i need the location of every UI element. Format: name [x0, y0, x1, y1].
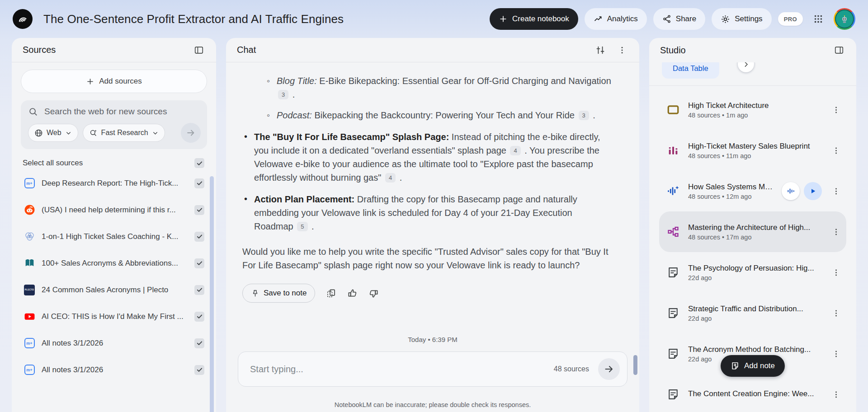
reddit-icon [24, 204, 35, 215]
item-menu-icon[interactable] [829, 347, 843, 360]
chat-input[interactable] [250, 364, 548, 375]
save-to-note-button[interactable]: Save to note [242, 284, 315, 303]
collapse-studio-panel-icon[interactable] [833, 44, 845, 56]
check-icon [196, 366, 203, 373]
settings-button[interactable]: Settings [712, 8, 771, 30]
chat-scrollbar[interactable] [633, 355, 637, 375]
notebook-title[interactable]: The One-Sentence Profit Extractor and AI… [43, 12, 344, 26]
studio-item[interactable]: The Psychology of Persuasion: Hig... 22d… [659, 252, 846, 293]
citation-chip[interactable]: 4 [510, 146, 520, 155]
send-message-button[interactable] [598, 358, 620, 380]
bar-chart-icon [667, 144, 679, 157]
source-checkbox[interactable] [194, 338, 204, 348]
carousel-next-button[interactable] [738, 62, 754, 72]
studio-item-icon [665, 305, 681, 321]
source-list-item[interactable]: All notes 3/1/2026 [21, 330, 207, 356]
studio-item-meta: 48 sources • 11m ago [688, 152, 822, 159]
collapse-sources-panel-icon[interactable] [193, 44, 205, 56]
studio-item-title: Strategic Traffic and Distribution... [688, 304, 822, 314]
share-button[interactable]: Share [653, 8, 705, 30]
item-menu-icon[interactable] [829, 266, 843, 279]
studio-item[interactable]: Strategic Traffic and Distribution... 22… [659, 293, 846, 333]
studio-item-title: How Sales Systems Map... [688, 183, 774, 192]
studio-item[interactable]: High Ticket Architecture 48 sources • 1m… [659, 89, 846, 130]
studio-item[interactable]: High-Ticket Mastery Sales Blueprint 48 s… [659, 130, 846, 171]
source-list-item[interactable]: (USA) I need help determining if this r.… [21, 197, 207, 223]
chat-settings-icon[interactable] [594, 44, 607, 56]
search-icon [28, 107, 38, 117]
source-list-item[interactable]: 100+ Sales Acronyms & Abbreviations... [21, 250, 207, 276]
sources-scrollbar[interactable] [210, 176, 214, 412]
item-menu-icon[interactable] [829, 225, 843, 239]
citation-chip[interactable]: 3 [579, 111, 589, 120]
app-header: The One-Sentence Profit Extractor and AI… [0, 0, 868, 38]
studio-item-icon [665, 346, 681, 361]
studio-item[interactable]: Mastering the Architecture of High... 48… [659, 211, 846, 252]
research-mode-label: Fast Research [101, 129, 148, 137]
youtube-icon [24, 311, 35, 322]
item-menu-icon[interactable] [829, 144, 843, 157]
chat-more-menu-icon[interactable] [616, 44, 628, 56]
source-icon [24, 231, 35, 243]
source-checkbox[interactable] [194, 178, 204, 188]
disclaimer-text: NotebookLM can be inaccurate; please dou… [226, 401, 639, 408]
studio-item[interactable]: The Content Creation Engine: Wee... [659, 374, 846, 412]
source-list-item[interactable]: 24 Common Sales Acronyms | Plecto [21, 276, 207, 303]
check-icon [196, 160, 203, 167]
trending-up-icon [594, 14, 603, 23]
item-menu-icon[interactable] [829, 388, 843, 401]
item-menu-icon[interactable] [829, 103, 843, 117]
add-sources-button[interactable]: Add sources [21, 70, 207, 93]
web-filter-label: Web [47, 129, 61, 137]
thumbs-down-icon[interactable] [368, 288, 379, 299]
item-menu-icon[interactable] [829, 184, 843, 198]
user-avatar[interactable] [834, 8, 855, 30]
citation-chip[interactable]: 4 [385, 173, 396, 183]
source-icon [24, 178, 35, 189]
web-filter-dropdown[interactable]: Web [28, 124, 78, 142]
studio-item-meta: 22d ago [688, 315, 822, 322]
add-note-button[interactable]: Add note [721, 355, 785, 377]
source-list-item[interactable]: All notes 3/1/2026 [21, 356, 207, 383]
venn-circles-icon [24, 231, 35, 242]
source-title: All notes 3/1/2026 [42, 339, 188, 348]
source-list-item[interactable]: Deep Research Report: The High-Tick... [21, 170, 207, 197]
analytics-button[interactable]: Analytics [585, 8, 647, 30]
notebooklm-logo[interactable] [13, 9, 33, 29]
play-audio-button[interactable] [804, 182, 822, 200]
thumbs-up-icon[interactable] [347, 288, 358, 299]
add-note-icon [731, 361, 740, 370]
waveform-icon [786, 187, 795, 196]
chat-message: Blog Title: E-Bike Bikepacking: Essentia… [242, 74, 613, 272]
interactive-audio-button[interactable] [782, 182, 800, 200]
gear-icon [721, 14, 730, 24]
source-icon [24, 311, 35, 323]
copy-icon[interactable] [326, 288, 336, 299]
source-checkbox[interactable] [194, 205, 204, 215]
search-submit-button[interactable] [181, 123, 201, 143]
source-checkbox[interactable] [194, 365, 204, 375]
select-all-checkbox[interactable] [194, 158, 204, 168]
source-title: 24 Common Sales Acronyms | Plecto [42, 286, 188, 295]
source-checkbox[interactable] [194, 258, 204, 268]
source-list-item[interactable]: 1-on-1 High Ticket Sales Coaching - K... [21, 223, 207, 250]
item-menu-icon[interactable] [829, 306, 843, 320]
studio-item-title: High-Ticket Mastery Sales Blueprint [688, 142, 822, 151]
apps-grid-icon[interactable] [809, 10, 827, 28]
studio-item[interactable]: How Sales Systems Map... 48 sources • 12… [659, 171, 846, 211]
studio-item-title: Mastering the Architecture of High... [688, 223, 822, 232]
source-icon [24, 258, 35, 269]
data-table-chip[interactable]: Data Table [662, 62, 719, 79]
notes-doc-icon [24, 178, 35, 188]
research-mode-dropdown[interactable]: Fast Research [83, 124, 165, 142]
source-checkbox[interactable] [194, 232, 204, 242]
citation-chip[interactable]: 5 [297, 222, 307, 231]
source-list-item[interactable]: AI CEO: THIS is How I'd Make My First ..… [21, 303, 207, 330]
sources-panel: Sources Add sources Web [12, 38, 216, 412]
studio-item-icon [665, 224, 681, 239]
source-checkbox[interactable] [194, 285, 204, 295]
web-search-input[interactable] [44, 107, 201, 117]
create-notebook-button[interactable]: Create notebook [490, 8, 578, 30]
source-checkbox[interactable] [194, 312, 204, 322]
citation-chip[interactable]: 3 [278, 90, 288, 99]
